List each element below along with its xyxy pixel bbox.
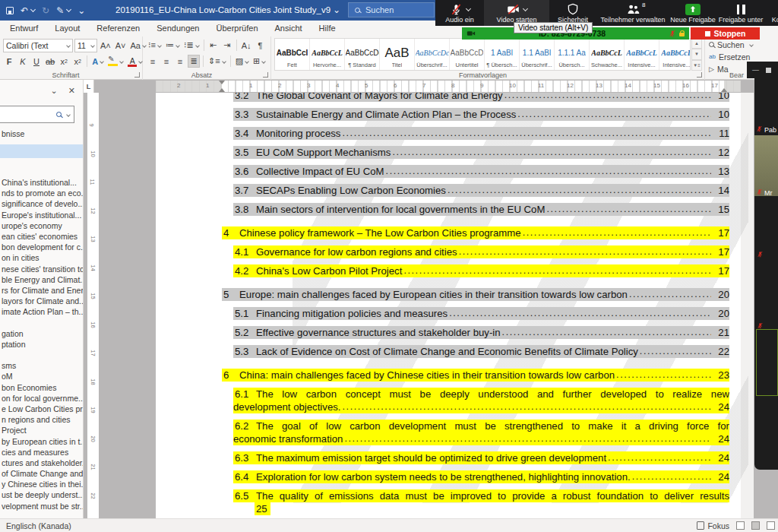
style-card-intensive-[interactable]: AaBbCcLIntensive... [625, 39, 659, 70]
style-card-fett[interactable]: AaBbCcIFett [275, 39, 310, 70]
nav-result-item[interactable]: Europe's institutional... [2, 210, 83, 220]
subscript-button[interactable]: x2 [58, 55, 70, 68]
close-icon[interactable]: ✕ [68, 86, 75, 96]
justify-button[interactable]: ≣ [188, 55, 200, 68]
replace-button[interactable]: abErsetzen [709, 51, 750, 62]
nav-result-item[interactable]: on in cities [2, 252, 83, 263]
maximize-icon[interactable] [766, 68, 771, 73]
style-card--berschrif-[interactable]: 1.1 AaBlÜberschrif... [520, 39, 555, 70]
nav-result-item[interactable]: ptation [2, 339, 83, 350]
styles-dialog-launcher-icon[interactable] [697, 72, 702, 78]
style-card--standard[interactable]: AaBbCcDc¶ Standard [345, 39, 380, 70]
nav-result-item[interactable]: by European cities in t... [2, 436, 83, 447]
ribbon-tab--berpr-fen[interactable]: Überprüfen [207, 21, 266, 36]
nav-result-item[interactable]: layors for Climate and... [2, 296, 83, 306]
nav-result-item[interactable]: ean cities' economies [2, 231, 83, 242]
align-center-button[interactable]: ≡ [160, 55, 172, 68]
nav-result-item[interactable]: e Low Carbon Cities pr... [2, 404, 83, 414]
style-card-intensive-[interactable]: AaBbCcLIntensive... [659, 39, 691, 70]
chevron-down-icon[interactable] [465, 5, 470, 11]
nav-search-input[interactable] [0, 110, 56, 119]
right-indent-marker[interactable] [721, 88, 727, 92]
align-right-button[interactable]: ≡ [174, 55, 186, 68]
nav-result-item[interactable]: sms [2, 360, 83, 371]
nav-result-item[interactable]: gation [2, 328, 83, 339]
focus-mode-button[interactable]: Fokus [697, 521, 729, 530]
style-card--bersch-[interactable]: 1.1.1 AaÜbersch... [555, 39, 590, 70]
active-speaker-tile[interactable] [756, 329, 778, 396]
align-left-button[interactable]: ≡ [147, 55, 159, 68]
text-effects-button[interactable]: A [90, 55, 105, 68]
nav-result-item[interactable]: bon Economies [2, 382, 83, 393]
nav-result-item[interactable]: velopment must be str... [2, 501, 83, 511]
nav-result-item[interactable]: ust be deeply underst... [2, 489, 83, 500]
strikethrough-button[interactable]: ab [44, 55, 56, 68]
ink-icon[interactable]: ✎ [56, 5, 71, 16]
decrease-indent-button[interactable]: ⇤ [207, 39, 220, 52]
line-spacing-button[interactable]: ⇕≡ [207, 55, 227, 68]
nav-result-item[interactable]: ctures and stakeholder... [2, 458, 83, 468]
undo-icon[interactable]: ↶ [21, 5, 35, 16]
nav-result-item[interactable]: significance of develo... [2, 198, 83, 209]
nav-result-item[interactable]: Project [2, 425, 83, 435]
nav-result-item[interactable]: China's institutional... [2, 177, 83, 188]
chevron-down-icon[interactable] [522, 5, 527, 11]
nav-result-item[interactable]: bon development for c... [2, 242, 83, 252]
grow-font-button[interactable]: A˄ [99, 40, 112, 52]
participant-video-tile[interactable] [754, 135, 778, 196]
chevron-down-icon[interactable] [66, 112, 71, 117]
zoom-button-teilnehmer-verwalten[interactable]: 8 Teilnehmer verwalten [596, 0, 669, 26]
nav-result-item[interactable]: of Climate Change and... [2, 468, 83, 479]
style-card--bersch-[interactable]: 1 AaBl¶ Übersch... [485, 39, 520, 70]
font-dialog-launcher-icon[interactable] [134, 72, 140, 78]
zoom-button-kommenti[interactable]: Kommenti [765, 0, 778, 26]
nav-results-tab[interactable]: bnisse [2, 129, 24, 138]
nav-result-item[interactable]: n regions and cities [2, 414, 83, 425]
minimize-icon[interactable]: — [752, 67, 759, 74]
stop-share-button[interactable]: Stoppen [691, 27, 760, 40]
nav-result-item[interactable]: on for local governme... [2, 393, 83, 404]
nav-selected-item[interactable] [0, 144, 84, 158]
font-name-combo[interactable]: Calibri (Text [3, 39, 73, 52]
gallery-up-icon[interactable]: ▲ [691, 38, 702, 49]
superscript-button[interactable]: x2 [71, 55, 84, 68]
language-status[interactable]: Englisch (Kanada) [6, 521, 71, 530]
find-button[interactable]: Suchen [709, 39, 753, 50]
nav-result-item[interactable]: cies and measures [2, 447, 83, 458]
style-card--berschrif-[interactable]: AaBbCcDcÜberschrif... [415, 39, 450, 70]
customize-qat-icon[interactable]: ⌄ [77, 5, 85, 16]
underline-button[interactable]: U [30, 55, 43, 68]
ribbon-tab-entwurf[interactable]: Entwurf [2, 21, 46, 36]
ribbon-tab-hilfe[interactable]: Hilfe [311, 21, 344, 36]
increase-indent-button[interactable]: ⇥ [221, 39, 233, 52]
font-size-combo[interactable]: 11 [74, 39, 97, 52]
zoom-button-neue-freigabe[interactable]: Neue Freigabe [669, 0, 716, 26]
ribbon-tab-ansicht[interactable]: Ansicht [267, 21, 311, 36]
hanging-indent-marker[interactable] [219, 88, 225, 92]
nav-result-item[interactable]: ble Energy and Climat... [2, 274, 83, 285]
paragraph-dialog-launcher-icon[interactable] [263, 72, 268, 78]
zoom-button-freigabe-unter[interactable]: Freigabe unter [716, 0, 765, 26]
nav-search-box[interactable] [0, 106, 74, 123]
style-card-hervorhe-[interactable]: AaBbCcLHervorhe... [310, 39, 345, 70]
nav-result-item[interactable]: rs for Climate and Ener... [2, 285, 83, 296]
bold-button[interactable]: F [3, 55, 15, 68]
nav-result-item[interactable]: nese cities' transition to... [2, 264, 83, 274]
save-icon[interactable] [6, 7, 14, 14]
gallery-down-icon[interactable]: ▼ [691, 49, 702, 59]
ribbon-tab-sendungen[interactable]: Sendungen [148, 21, 207, 36]
ribbon-tab-layout[interactable]: Layout [46, 21, 88, 36]
shading-button[interactable]: ▨ [234, 55, 250, 68]
redo-icon[interactable]: ↻ [42, 5, 49, 16]
read-mode-icon[interactable] [736, 521, 745, 530]
show-paragraph-marks-button[interactable]: ¶ [254, 39, 266, 52]
nav-result-item[interactable]: nds to promote an eco... [2, 188, 83, 198]
web-layout-icon[interactable] [767, 521, 775, 530]
style-card-untertitel[interactable]: AaBbCcDUntertitel [450, 39, 485, 70]
nav-result-item[interactable]: imate Action Plan – th... [2, 306, 83, 317]
shrink-font-button[interactable]: A˅ [114, 40, 128, 52]
ribbon-tab-referenzen[interactable]: Referenzen [88, 21, 148, 36]
bullets-button[interactable]: ⁝≡ [147, 39, 163, 52]
zoom-button-audio-ein[interactable]: Audio ein [435, 0, 484, 26]
numbering-button[interactable]: ≔ [164, 39, 181, 52]
